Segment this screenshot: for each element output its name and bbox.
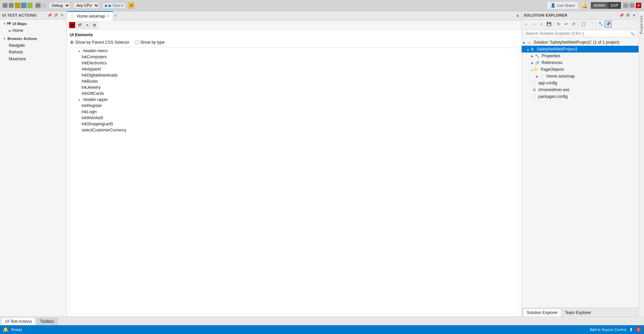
refresh-item[interactable]: Refresh bbox=[5, 49, 67, 56]
ui-maps-home-item[interactable]: ▶ Home bbox=[5, 27, 67, 34]
solution-icon: 🗂 bbox=[526, 40, 532, 45]
save-all-icon[interactable] bbox=[21, 3, 26, 8]
se-properties-btn[interactable]: 🔧 bbox=[597, 21, 604, 27]
settings-icon[interactable]: ⚙ bbox=[91, 22, 98, 28]
ui-elements-tree: ▴ .header-menu lnkComputers lnkElectroni… bbox=[70, 47, 519, 314]
pageobjects-node[interactable]: ▴ 📁 PageObjects bbox=[522, 66, 639, 73]
se-refresh-btn[interactable]: ↺ bbox=[570, 21, 577, 27]
lnk-apparel-node[interactable]: lnkApparel bbox=[70, 66, 518, 72]
close-window-button[interactable]: ✕ bbox=[636, 3, 641, 8]
cpu-dropdown[interactable]: Any CPU bbox=[74, 2, 99, 9]
pin-toolbar-icon[interactable]: 📌 bbox=[128, 2, 134, 9]
lnk-jewelry-node[interactable]: lnkJewelry bbox=[70, 84, 518, 90]
se-save-btn[interactable]: 💾 bbox=[545, 21, 552, 27]
ui-test-actions-tab[interactable]: UI Test Actions bbox=[1, 317, 36, 325]
left-panel-header: UI Test Actions 📌 🗗 ✕ bbox=[0, 11, 67, 20]
browser-actions-header[interactable]: ▾ Browser Actions bbox=[0, 35, 67, 42]
pageobjects-expand-icon: ▴ bbox=[531, 68, 533, 71]
header-menu-expand[interactable]: ▴ bbox=[77, 48, 82, 53]
menu-icon-1[interactable] bbox=[3, 3, 7, 8]
team-explorer-tab[interactable]: Team Explorer bbox=[561, 309, 594, 316]
se-close-icon[interactable]: ✕ bbox=[631, 13, 637, 18]
stop-recording-icon[interactable]: ⏹ bbox=[69, 22, 75, 28]
redo-icon[interactable]: ↪ bbox=[41, 3, 47, 8]
chromedriver-node[interactable]: 🖥 chromedriver.exe bbox=[522, 86, 639, 93]
start-button[interactable]: ▶▶ Start▾ bbox=[103, 2, 126, 9]
tab-close-icon[interactable]: ✕ bbox=[107, 14, 109, 18]
debug-select[interactable]: Debug bbox=[49, 2, 70, 8]
se-forward-btn[interactable]: → bbox=[531, 21, 537, 27]
select-currency-node[interactable]: selectCustomerCurrency bbox=[70, 127, 518, 133]
se-pin-active-btn[interactable]: 📌 bbox=[605, 21, 611, 27]
notification-icon[interactable]: 🔔 bbox=[581, 1, 589, 9]
live-share-button[interactable]: 👤 Live Share bbox=[547, 1, 579, 9]
lnk-giftcards-node[interactable]: lnkGiftCards bbox=[70, 90, 518, 97]
solution-node[interactable]: ▶ 🗂 Solution 'SafetyNetWebProject1' (1 o… bbox=[522, 39, 639, 46]
project-node[interactable]: ▴ ⚙ SafetyNetWebProject1 bbox=[522, 46, 639, 53]
toolbox-tab[interactable]: Toolbox bbox=[36, 317, 58, 325]
se-undo-btn[interactable]: ↩ bbox=[563, 21, 569, 27]
toolbox-icon[interactable] bbox=[27, 3, 33, 8]
content-toolbar: ⏹ 🗗 ✕ ⚙ bbox=[67, 21, 521, 30]
undo-icon[interactable]: ↩ bbox=[35, 3, 41, 8]
ui-maps-toggle: ▾ bbox=[2, 21, 7, 26]
lnk-register-node[interactable]: lnkRegister bbox=[70, 103, 518, 109]
se-collapse-btn[interactable]: ↻ bbox=[555, 21, 562, 27]
left-panel-close-icon[interactable]: ✕ bbox=[59, 13, 65, 18]
left-panel-window-icon[interactable]: 🗗 bbox=[53, 13, 59, 18]
references-icon: 🔗 bbox=[535, 60, 540, 65]
status-right: Add to Source Control ⬆ 5 bbox=[590, 327, 641, 332]
properties-node[interactable]: ▶ 🔧 Properties bbox=[522, 53, 639, 59]
close-icon[interactable]: ✕ bbox=[84, 22, 90, 28]
se-home-btn[interactable]: ⌂ bbox=[538, 21, 545, 27]
lnk-digitaldownloads-node[interactable]: lnkDigitaldownloads bbox=[70, 72, 518, 78]
exp-button[interactable]: EXP bbox=[608, 2, 621, 9]
se-paste-btn[interactable]: 📄 bbox=[587, 21, 594, 27]
app-config-node[interactable]: 📄 app.config bbox=[522, 80, 639, 86]
status-left: 🔔 Ready bbox=[3, 327, 22, 332]
lnk-books-label: lnkBooks bbox=[82, 79, 98, 84]
minimize-button[interactable]: ─ bbox=[623, 3, 628, 8]
header-upper-node[interactable]: ▴ .header-upper bbox=[70, 97, 518, 103]
se-search-box[interactable]: 🔍 bbox=[523, 30, 637, 37]
lnk-shoppingcart-node[interactable]: lnkShoppingcart0 bbox=[70, 121, 518, 127]
lnk-electronics-node[interactable]: lnkElectronics bbox=[70, 60, 518, 66]
lnk-register-label: lnkRegister bbox=[82, 103, 102, 108]
tab-expand-icon[interactable]: ✕ bbox=[114, 14, 117, 18]
se-copy-btn[interactable]: 📋 bbox=[580, 21, 587, 27]
packages-config-node[interactable]: 📄 packages.config bbox=[522, 93, 639, 100]
solution-explorer-tab[interactable]: Solution Explorer bbox=[523, 309, 561, 316]
home-seluimap-node[interactable]: ▶ 📄 Home.seluimap bbox=[522, 73, 639, 80]
references-node[interactable]: ▶ 🔗 References bbox=[522, 59, 639, 66]
type-radio[interactable]: Show by type bbox=[135, 40, 165, 45]
lnk-books-node[interactable]: lnkBooks bbox=[70, 78, 518, 84]
se-back-btn[interactable]: ← bbox=[523, 21, 530, 27]
window-icon[interactable]: 🗗 bbox=[77, 22, 83, 28]
menu-icon-2[interactable] bbox=[9, 3, 14, 8]
home-seluimap-tab[interactable]: 📄 Home.seluimap ✕ bbox=[67, 11, 113, 21]
project-expand-icon: ▴ bbox=[527, 47, 529, 51]
header-menu-node[interactable]: ▴ .header-menu bbox=[70, 48, 518, 54]
se-pin-icon[interactable]: 📌 bbox=[619, 13, 624, 18]
ui-maps-header[interactable]: ▾ 🗺 UI Maps bbox=[0, 20, 67, 27]
lnk-computers-node[interactable]: lnkComputers bbox=[70, 54, 518, 60]
title-bar-left: ↩ ↪ Debug Any CPU ▶▶ Start▾ 📌 bbox=[3, 2, 134, 9]
maximize-button[interactable]: □ bbox=[629, 3, 635, 8]
maximize-item[interactable]: Maximize bbox=[5, 56, 67, 62]
header-upper-expand[interactable]: ▴ bbox=[77, 97, 82, 102]
cpu-select[interactable]: Any CPU bbox=[74, 2, 99, 8]
tab-more-button[interactable]: ▾ bbox=[514, 12, 521, 20]
navigate-item[interactable]: Navigate bbox=[5, 42, 67, 49]
chromedriver-icon: 🖥 bbox=[531, 87, 537, 92]
admin-button[interactable]: ADMIN bbox=[591, 2, 608, 9]
se-search-input[interactable] bbox=[525, 31, 630, 36]
lnk-wishlist-node[interactable]: lnkWishlist0 bbox=[70, 115, 518, 121]
save-icon[interactable] bbox=[15, 3, 20, 8]
left-panel-pin-icon[interactable]: 📌 bbox=[47, 13, 53, 18]
admin-exp-group: ADMIN EXP bbox=[591, 2, 621, 9]
debug-dropdown[interactable]: Debug bbox=[49, 2, 70, 9]
css-selector-radio[interactable]: Show by Parent CSS Selector bbox=[70, 40, 129, 45]
se-window-icon[interactable]: 🗗 bbox=[625, 13, 630, 18]
project-icon: ⚙ bbox=[529, 46, 535, 52]
lnk-login-node[interactable]: lnkLogin bbox=[70, 109, 518, 115]
